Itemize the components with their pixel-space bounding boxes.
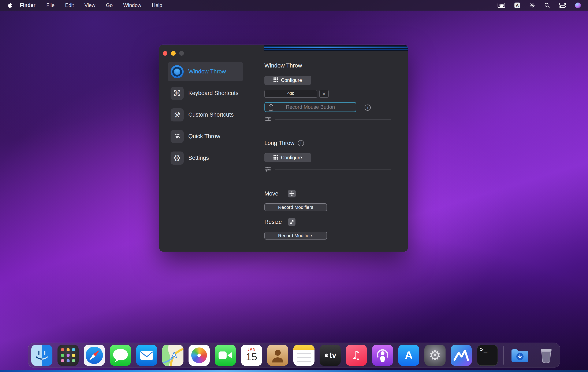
menu-file[interactable]: File [46, 2, 54, 8]
move-label: Move [264, 190, 278, 197]
input-source-icon[interactable]: A [514, 2, 520, 8]
sidebar-item-keyboard-shortcuts[interactable]: ⌘ Keyboard Shortcuts [168, 84, 243, 103]
options-sliders-icon[interactable] [265, 116, 271, 122]
terminal-prompt: >_ [480, 346, 487, 354]
resize-icon [288, 218, 295, 226]
sidebar-item-label: Window Throw [188, 68, 226, 75]
dock-contacts-icon[interactable] [267, 345, 288, 366]
menu-items: File Edit View Go Window Help [46, 2, 162, 8]
sidebar-item-quick-throw[interactable]: Quick Throw [168, 127, 243, 146]
close-button[interactable] [163, 51, 168, 56]
quick-throw-icon [171, 130, 184, 143]
divider [275, 169, 391, 170]
divider [275, 119, 391, 120]
dock-photos-icon[interactable] [189, 345, 210, 366]
menu-edit[interactable]: Edit [65, 2, 74, 8]
spotlight-search-icon[interactable] [544, 2, 550, 8]
tv-label: tv [329, 351, 336, 360]
long-throw-configure-button[interactable]: Configure [264, 153, 311, 162]
dock-facetime-icon[interactable] [215, 345, 236, 366]
gear-icon: ⚙ [171, 152, 184, 165]
dock-maps-icon[interactable] [162, 345, 183, 366]
active-app-menu[interactable]: Finder [20, 2, 35, 8]
dock-finder-icon[interactable] [31, 345, 52, 366]
sidebar-item-custom-shortcuts[interactable]: ⚒ Custom Shortcuts [168, 105, 243, 124]
dock-launchpad-icon[interactable] [57, 345, 79, 366]
wallpaper-bottom-strip [0, 370, 588, 372]
dock-music-icon[interactable]: ♫ [346, 345, 367, 366]
menu-go[interactable]: Go [106, 2, 113, 8]
resize-label: Resize [264, 219, 282, 225]
window-throw-heading: Window Throw [264, 62, 302, 69]
dock-mail-icon[interactable] [136, 345, 157, 366]
dock-podcasts-icon[interactable] [372, 345, 393, 366]
gear-icon: ⚙ [429, 349, 441, 362]
keyboard-icon[interactable] [498, 3, 505, 8]
music-note-icon: ♫ [351, 349, 361, 362]
sidebar-item-label: Settings [188, 155, 209, 161]
starburst-icon[interactable] [529, 2, 535, 8]
menu-window[interactable]: Window [123, 2, 141, 8]
info-icon[interactable]: i [298, 140, 304, 146]
apple-menu-icon[interactable] [7, 2, 13, 9]
menu-bar: Finder File Edit View Go Window Help A [0, 0, 588, 11]
dock-separator [504, 346, 504, 365]
window-throw-configure-button[interactable]: Configure [264, 76, 311, 85]
info-icon[interactable]: i [365, 105, 371, 111]
grid-icon [273, 155, 278, 161]
configure-label: Configure [281, 77, 302, 83]
siri-icon[interactable] [575, 2, 581, 8]
sidebar-item-label: Custom Shortcuts [188, 111, 234, 118]
settings-content-pane: Window Throw Configure ^⌘ × Record Mouse… [264, 45, 391, 252]
record-mouse-button-field[interactable]: Record Mouse Button [264, 102, 356, 112]
shortcut-field[interactable]: ^⌘ [264, 90, 317, 98]
command-key-icon: ⌘ [171, 87, 184, 100]
dock-apple-tv-icon[interactable]: tv [320, 345, 341, 366]
sidebar: Window Throw ⌘ Keyboard Shortcuts ⚒ Cust… [168, 62, 243, 170]
move-record-modifiers-button[interactable]: Record Modifiers [264, 203, 327, 211]
resize-row: Resize [264, 218, 295, 226]
long-throw-heading: Long Throw [264, 140, 294, 146]
record-mouse-placeholder: Record Mouse Button [286, 104, 335, 110]
control-center-icon[interactable] [559, 3, 566, 8]
mouse-icon [268, 104, 273, 113]
sidebar-item-window-throw[interactable]: Window Throw [168, 62, 243, 81]
minimize-button[interactable] [171, 51, 176, 56]
move-icon [288, 190, 296, 197]
dock-notes-icon[interactable] [293, 345, 315, 366]
move-row: Move [264, 190, 296, 197]
dock-terminal-icon[interactable]: >_ [477, 345, 498, 366]
resize-record-modifiers-button[interactable]: Record Modifiers [264, 232, 327, 240]
window-throw-icon [171, 65, 184, 78]
sidebar-item-label: Quick Throw [188, 133, 220, 140]
zoom-button[interactable] [179, 51, 184, 56]
sidebar-item-label: Keyboard Shortcuts [188, 90, 238, 97]
menu-view[interactable]: View [84, 2, 95, 8]
configure-label: Configure [281, 155, 302, 161]
calendar-month: JAN [247, 347, 255, 352]
options-sliders-icon[interactable] [265, 166, 271, 172]
calendar-day: 15 [246, 352, 257, 362]
dock-safari-icon[interactable] [84, 345, 105, 366]
app-window: Window Throw ⌘ Keyboard Shortcuts ⚒ Cust… [159, 45, 408, 252]
long-throw-heading-row: Long Throw i [264, 140, 304, 146]
dock-window-manager-app-icon[interactable] [451, 345, 472, 366]
desktop-wallpaper: Finder File Edit View Go Window Help A [0, 0, 588, 372]
dock-messages-icon[interactable] [110, 345, 131, 366]
dock-downloads-folder-icon[interactable] [509, 345, 531, 366]
dock: JAN 15 tv ♫ A ⚙ >_ [28, 343, 560, 368]
app-store-letter: A [405, 349, 413, 362]
dock-system-preferences-icon[interactable]: ⚙ [424, 345, 446, 366]
dock-trash-icon[interactable] [536, 345, 557, 366]
grid-icon [273, 77, 278, 83]
menu-bar-status-area: A [498, 2, 581, 8]
tools-icon: ⚒ [171, 108, 184, 121]
dock-calendar-icon[interactable]: JAN 15 [241, 345, 262, 366]
dock-app-store-icon[interactable]: A [398, 345, 419, 366]
sidebar-item-settings[interactable]: ⚙ Settings [168, 148, 243, 168]
clear-shortcut-button[interactable]: × [319, 90, 329, 98]
menu-help[interactable]: Help [152, 2, 162, 8]
